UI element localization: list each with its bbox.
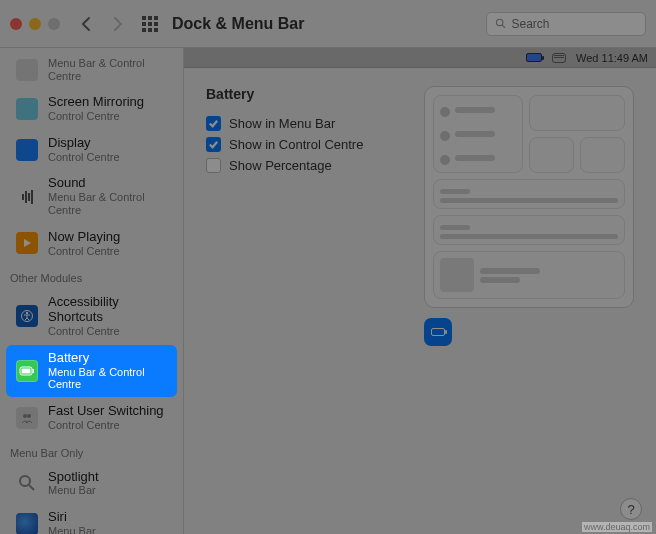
screen-mirroring-icon	[16, 98, 38, 120]
svg-point-3	[26, 312, 28, 314]
option-label: Show in Menu Bar	[229, 116, 335, 131]
search-icon	[495, 17, 506, 30]
sidebar-item-sublabel: Control Centre	[48, 151, 120, 164]
traffic-lights	[10, 18, 60, 30]
svg-point-7	[23, 414, 27, 418]
sidebar-item-sublabel: Control Centre	[48, 419, 164, 432]
sidebar-item-label: Screen Mirroring	[48, 95, 144, 110]
checkbox-icon[interactable]	[206, 158, 221, 173]
sidebar-item-fast-user-switching[interactable]: Fast User SwitchingControl Centre	[6, 398, 177, 438]
sidebar-item-sublabel: Menu Bar & Control Centre	[48, 191, 167, 216]
sidebar-item-now-playing[interactable]: Now PlayingControl Centre	[6, 224, 177, 264]
svg-line-10	[29, 485, 34, 490]
svg-point-0	[496, 19, 502, 25]
maximize-icon	[48, 18, 60, 30]
back-button[interactable]	[74, 12, 98, 36]
search-field[interactable]	[486, 12, 646, 36]
sidebar-item-accessibility[interactable]: Accessibility ShortcutsControl Centre	[6, 289, 177, 344]
sidebar-item-label: Fast User Switching	[48, 404, 164, 419]
spotlight-icon	[16, 472, 38, 494]
sidebar-item[interactable]: Menu Bar & Control Centre	[6, 51, 177, 88]
show-all-icon[interactable]	[142, 16, 158, 32]
section-header-other: Other Modules	[0, 264, 183, 288]
sidebar-item-sublabel: Control Centre	[48, 110, 144, 123]
sidebar-item-label: Siri	[48, 510, 96, 525]
sidebar-item-label: Accessibility Shortcuts	[48, 295, 167, 325]
svg-point-9	[20, 476, 30, 486]
battery-icon	[16, 360, 38, 382]
sidebar: Menu Bar & Control Centre Screen Mirrori…	[0, 48, 184, 534]
sidebar-item-label: Battery	[48, 351, 167, 366]
sidebar-item-screen-mirroring[interactable]: Screen MirroringControl Centre	[6, 89, 177, 129]
sidebar-item-sublabel: Menu Bar & Control Centre	[48, 57, 167, 82]
checkbox-icon[interactable]	[206, 116, 221, 131]
sidebar-item-display[interactable]: DisplayControl Centre	[6, 130, 177, 170]
sidebar-item-siri[interactable]: SiriMenu Bar	[6, 504, 177, 534]
sidebar-item-label: Now Playing	[48, 230, 120, 245]
now-playing-icon	[16, 232, 38, 254]
sidebar-item-sublabel: Control Centre	[48, 325, 167, 338]
sidebar-item-sublabel: Menu Bar	[48, 525, 96, 534]
settings-heading: Battery	[206, 86, 406, 102]
option-show-in-control-centre[interactable]: Show in Control Centre	[206, 137, 406, 152]
toolbar: Dock & Menu Bar	[0, 0, 656, 48]
minimize-icon[interactable]	[29, 18, 41, 30]
menubar-preview: Wed 11:49 AM	[184, 48, 656, 68]
option-show-in-menu-bar[interactable]: Show in Menu Bar	[206, 116, 406, 131]
option-label: Show Percentage	[229, 158, 332, 173]
sidebar-item-spotlight[interactable]: SpotlightMenu Bar	[6, 464, 177, 504]
svg-point-8	[27, 414, 31, 418]
watermark: www.deuaq.com	[582, 522, 652, 532]
help-button[interactable]: ?	[620, 498, 642, 520]
display-icon	[16, 139, 38, 161]
menubar-clock: Wed 11:49 AM	[576, 52, 648, 64]
users-icon	[16, 407, 38, 429]
module-icon	[16, 59, 38, 81]
close-icon[interactable]	[10, 18, 22, 30]
svg-rect-5	[33, 369, 35, 373]
option-label: Show in Control Centre	[229, 137, 363, 152]
svg-rect-6	[22, 368, 31, 373]
section-header-menubar: Menu Bar Only	[0, 439, 183, 463]
search-input[interactable]	[511, 17, 637, 31]
sidebar-item-sublabel: Control Centre	[48, 245, 120, 258]
sidebar-item-sublabel: Menu Bar	[48, 484, 99, 497]
checkbox-icon[interactable]	[206, 137, 221, 152]
battery-menubar-icon	[526, 53, 542, 62]
sidebar-item-label: Sound	[48, 176, 167, 191]
sidebar-item-battery[interactable]: BatteryMenu Bar & Control Centre	[6, 345, 177, 397]
sidebar-item-sublabel: Menu Bar & Control Centre	[48, 366, 167, 391]
option-show-percentage[interactable]: Show Percentage	[206, 158, 406, 173]
control-centre-menubar-icon	[552, 53, 566, 63]
settings-column: Battery Show in Menu Bar Show in Control…	[206, 86, 406, 346]
prefs-window: Dock & Menu Bar Menu Bar & Control Centr…	[0, 0, 656, 534]
control-centre-preview	[424, 86, 634, 346]
siri-icon	[16, 513, 38, 534]
page-title: Dock & Menu Bar	[172, 15, 304, 33]
content-area: Wed 11:49 AM Battery Show in Menu Bar Sh…	[184, 48, 656, 534]
sidebar-item-label: Spotlight	[48, 470, 99, 485]
sound-icon	[16, 186, 38, 208]
accessibility-icon	[16, 305, 38, 327]
sidebar-item-label: Display	[48, 136, 120, 151]
battery-cc-icon	[424, 318, 452, 346]
forward-button	[106, 12, 130, 36]
svg-line-1	[502, 25, 505, 28]
sidebar-item-sound[interactable]: SoundMenu Bar & Control Centre	[6, 170, 177, 222]
